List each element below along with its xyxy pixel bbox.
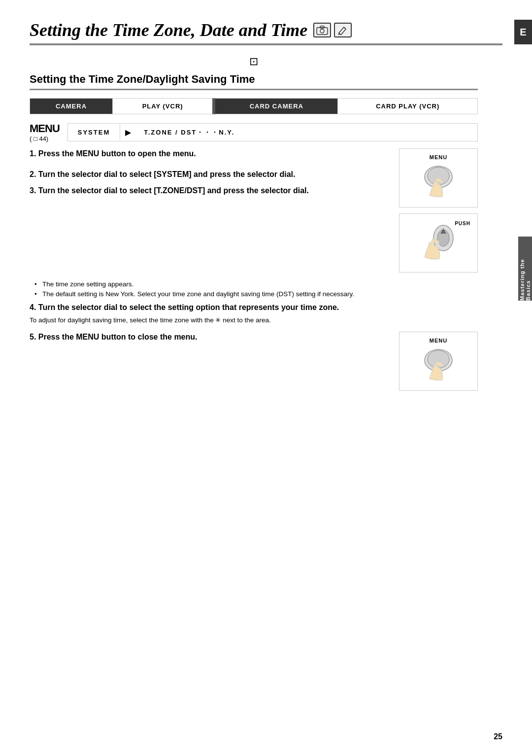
hand-button-svg-2 [414,345,463,385]
menu-display: SYSTEM ▶ T.ZONE / DST・・・N.Y. [67,123,478,141]
menu-system: SYSTEM [68,125,120,140]
svg-rect-2 [320,26,324,28]
step-3-text: 3. Turn the selector dial to select [T.Z… [30,185,389,196]
step-2-text: 2. Turn the selector dial to select [SYS… [30,169,389,180]
svg-rect-0 [317,28,328,34]
svg-point-1 [320,29,324,33]
step-4-sub: To adjust for daylight saving time, sele… [30,316,478,324]
push-label: PUSH [455,221,470,226]
menu-image-label-1: MENU [430,154,447,160]
pencil-icon [334,23,352,37]
mode-table: CAMERA PLAY (VCR) CARD CAMERA CARD PLAY … [30,98,478,114]
step-3: 3. Turn the selector dial to select [T.Z… [30,185,389,196]
mode-play-vcr: PLAY (VCR) [113,99,213,114]
step-4: 4. Turn the selector dial to select the … [30,302,478,324]
side-tab: Mastering the Basics [518,237,532,301]
book-icon: ⊡ [30,55,478,68]
menu-button-image-1: MENU [399,148,478,207]
menu-image-label-2: MENU [430,338,447,344]
dial-image: PUSH [399,213,478,273]
svg-line-3 [344,27,346,29]
menu-label: MENU [30,122,60,135]
svg-point-5 [428,167,449,185]
menu-value: T.ZONE / DST・・・N.Y. [136,124,242,141]
step-1-text: 1. Press the MENU button to open the men… [30,148,389,159]
svg-point-10 [428,350,449,368]
bullet-list: The time zone setting appears. The defau… [34,280,478,298]
menu-button-image-2: MENU [399,332,478,391]
bullet-2: The default setting is New York. Select … [34,290,478,298]
bullet-1: The time zone setting appears. [34,280,478,288]
steps-images: MENU PUSH [399,148,478,273]
step-4-text: 4. Turn the selector dial to select the … [30,302,478,313]
e-tab: E [514,20,532,44]
hand-button-svg-1 [414,162,463,202]
dial-svg [414,221,463,265]
page-number: 25 [494,732,502,741]
menu-arrow: ▶ [120,124,136,141]
mode-camera: CAMERA [30,99,113,114]
step-5-text: 5. Press the MENU button to close the me… [30,332,389,343]
mode-card-play-vcr: CARD PLAY (VCR) [338,99,478,114]
step-2: 2. Turn the selector dial to select [SYS… [30,169,389,180]
sun-symbol: ✳ [215,316,221,324]
mode-card-camera: CARD CAMERA [215,99,338,114]
camera-icon [313,23,331,37]
section-heading: Setting the Time Zone/Daylight Saving Ti… [30,73,478,90]
step-5: 5. Press the MENU button to close the me… [30,332,478,391]
page-title: Setting the Time Zone, Date and Time [30,20,502,45]
menu-ref: ( □ 44) [30,135,60,142]
step-1: 1. Press the MENU button to open the men… [30,148,389,159]
menu-row: MENU ( □ 44) SYSTEM ▶ T.ZONE / DST・・・N.Y… [30,122,478,142]
title-icons [313,23,352,37]
